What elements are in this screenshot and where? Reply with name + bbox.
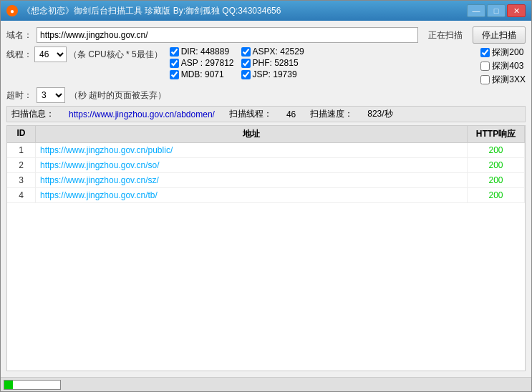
domain-label: 域名： bbox=[6, 29, 32, 41]
check403-group: 探测403 bbox=[480, 60, 526, 72]
jsp-label: JSP: 19739 bbox=[253, 69, 297, 79]
cell-url: https://www.jingzhou.gov.cn/tb/ bbox=[36, 188, 468, 202]
timeout-hint: （秒 超时的页面被丢弃） bbox=[69, 89, 166, 102]
check200-group: 探测200 bbox=[480, 46, 526, 59]
content-area: 域名： 正在扫描 停止扫描 线程： 46 （条 CPU核心 * 5最佳） DIR… bbox=[1, 21, 531, 377]
check200-checkbox[interactable] bbox=[480, 48, 490, 57]
aspx-label: ASPX: 42529 bbox=[253, 46, 304, 57]
maximize-button[interactable]: □ bbox=[487, 4, 506, 17]
thread-select[interactable]: 46 bbox=[34, 46, 67, 62]
dir-label: DIR: 448889 bbox=[181, 46, 229, 57]
asp-label: ASP : 297812 bbox=[181, 58, 234, 68]
cell-id: 1 bbox=[7, 143, 36, 157]
scan-info-bar: 扫描信息： https://www.jingzhou.gov.cn/abdome… bbox=[6, 106, 526, 122]
mdb-label: MDB: 9071 bbox=[181, 69, 224, 79]
thread-hint: （条 CPU核心 * 5最佳） bbox=[69, 49, 163, 61]
table-row: 4 https://www.jingzhou.gov.cn/tb/ 200 bbox=[7, 188, 525, 203]
bottom-bar bbox=[1, 377, 531, 391]
check3xx-checkbox[interactable] bbox=[480, 75, 490, 84]
url-link[interactable]: https://www.jingzhou.gov.cn/tb/ bbox=[40, 190, 158, 200]
php-checkbox[interactable] bbox=[241, 59, 251, 68]
url-link[interactable]: https://www.jingzhou.gov.cn/so/ bbox=[40, 160, 160, 170]
url-link[interactable]: https://www.jingzhou.gov.cn/public/ bbox=[40, 145, 173, 155]
jsp-checkbox[interactable] bbox=[241, 70, 251, 79]
close-button[interactable]: ✕ bbox=[507, 4, 526, 17]
scan-thread-value: 46 bbox=[286, 109, 296, 119]
main-window: ● 《想念初恋》御剑后台扫描工具 珍藏版 By:御剑孤独 QQ:34303465… bbox=[0, 0, 532, 392]
scan-info-url: https://www.jingzhou.gov.cn/abdomen/ bbox=[69, 109, 215, 119]
title-bar: ● 《想念初恋》御剑后台扫描工具 珍藏版 By:御剑孤独 QQ:34303465… bbox=[1, 1, 531, 21]
url-link[interactable]: https://www.jingzhou.gov.cn/sz/ bbox=[40, 175, 159, 185]
cell-http: 200 bbox=[468, 173, 525, 187]
scan-speed-label: 扫描速度： bbox=[310, 108, 353, 120]
table-row: 3 https://www.jingzhou.gov.cn/sz/ 200 bbox=[7, 173, 525, 188]
cell-url: https://www.jingzhou.gov.cn/public/ bbox=[36, 143, 468, 157]
timeout-select[interactable]: 3 bbox=[37, 87, 65, 103]
aspx-checkbox-group: ASPX: 42529 bbox=[241, 46, 304, 57]
cell-id: 3 bbox=[7, 173, 36, 187]
check403-label: 探测403 bbox=[492, 60, 523, 72]
col-http: HTTP响应 bbox=[468, 126, 525, 142]
minimize-button[interactable]: — bbox=[467, 4, 485, 17]
progress-bar-outer bbox=[4, 380, 61, 390]
options-row: 线程： 46 （条 CPU核心 * 5最佳） DIR: 448889 ASP :… bbox=[6, 46, 526, 86]
check3xx-group: 探测3XX bbox=[480, 74, 526, 86]
scan-thread-label: 扫描线程： bbox=[229, 108, 272, 120]
php-label: PHF: 52815 bbox=[253, 58, 299, 68]
dir-checkbox-group: DIR: 448889 bbox=[170, 46, 234, 57]
stop-scan-button[interactable]: 停止扫描 bbox=[473, 26, 526, 44]
table-header: ID 地址 HTTP响应 bbox=[7, 126, 525, 143]
cell-http: 200 bbox=[468, 188, 525, 202]
table-body: 1 https://www.jingzhou.gov.cn/public/ 20… bbox=[7, 143, 525, 371]
cell-url: https://www.jingzhou.gov.cn/so/ bbox=[36, 158, 468, 172]
mdb-checkbox-group: MDB: 9071 bbox=[170, 69, 234, 79]
asp-checkbox-group: ASP : 297812 bbox=[170, 58, 234, 68]
domain-row: 域名： 正在扫描 停止扫描 bbox=[6, 26, 526, 44]
cell-id: 2 bbox=[7, 158, 36, 172]
check200-label: 探测200 bbox=[492, 46, 523, 59]
jsp-checkbox-group: JSP: 19739 bbox=[241, 69, 304, 79]
table-row: 2 https://www.jingzhou.gov.cn/so/ 200 bbox=[7, 158, 525, 173]
results-table: ID 地址 HTTP响应 1 https://www.jingzhou.gov.… bbox=[6, 125, 526, 371]
window-title: 《想念初恋》御剑后台扫描工具 珍藏版 By:御剑孤独 QQ:343034656 bbox=[22, 5, 467, 17]
php-checkbox-group: PHF: 52815 bbox=[241, 58, 304, 68]
window-icon: ● bbox=[6, 5, 18, 16]
cell-id: 4 bbox=[7, 188, 36, 202]
mdb-checkbox[interactable] bbox=[170, 70, 179, 79]
title-buttons: — □ ✕ bbox=[467, 4, 526, 17]
asp-checkbox[interactable] bbox=[170, 59, 179, 68]
scan-speed-value: 823/秒 bbox=[367, 108, 392, 120]
check3xx-label: 探测3XX bbox=[492, 74, 526, 86]
col-address: 地址 bbox=[36, 126, 468, 142]
progress-bar-inner bbox=[4, 381, 13, 389]
cell-http: 200 bbox=[468, 158, 525, 172]
timeout-row: 超时： 3 （秒 超时的页面被丢弃） bbox=[6, 87, 526, 103]
cell-url: https://www.jingzhou.gov.cn/sz/ bbox=[36, 173, 468, 187]
check403-checkbox[interactable] bbox=[480, 62, 490, 71]
aspx-checkbox[interactable] bbox=[241, 47, 251, 57]
table-row: 1 https://www.jingzhou.gov.cn/public/ 20… bbox=[7, 143, 525, 158]
dir-checkbox[interactable] bbox=[170, 47, 179, 57]
thread-label: 线程： bbox=[6, 49, 32, 61]
cell-http: 200 bbox=[468, 143, 525, 157]
domain-input[interactable] bbox=[37, 27, 418, 43]
timeout-label: 超时： bbox=[6, 89, 32, 102]
scan-status: 正在扫描 bbox=[422, 28, 468, 43]
col-id: ID bbox=[7, 126, 36, 142]
scan-info-prefix: 扫描信息： bbox=[11, 108, 54, 120]
